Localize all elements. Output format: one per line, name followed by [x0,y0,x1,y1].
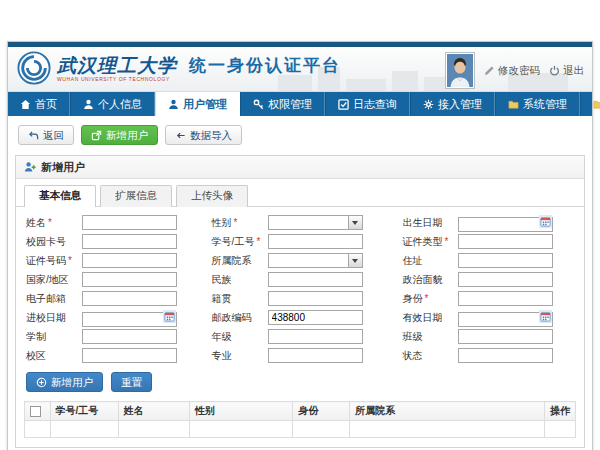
study-length-input[interactable] [82,329,177,344]
email-input[interactable] [82,291,177,306]
id-type-input[interactable] [458,234,553,249]
valid-date-field: 有效日期 [402,310,574,325]
field-label: 民族 [212,273,268,287]
political-status-field: 政治面貌 [402,272,574,287]
required-marker: * [68,255,72,266]
status-field: 状态 [402,348,574,363]
calendar-icon[interactable] [539,215,552,228]
change-password-link[interactable]: 修改密码 [484,64,540,78]
native-place-input[interactable] [268,291,363,306]
gender-select[interactable] [268,215,363,230]
tab-basic-info[interactable]: 基本信息 [24,185,96,207]
field-label: 学号/工号* [212,235,268,249]
nav-item-system-management[interactable]: 系统管理 [495,92,580,116]
col-identity: 身份 [293,402,350,421]
field-label: 专业 [212,349,268,363]
nav-item-access-management[interactable]: 接入管理 [410,92,495,116]
select-all-checkbox[interactable] [30,406,41,417]
folder-icon [508,99,519,110]
campus-card-field: 校园卡号 [26,234,198,249]
user-table: 学号/工号 姓名 性别 身份 所属院系 操作 [24,401,576,438]
chevron-down-icon[interactable] [348,216,362,229]
gear-icon [423,99,434,110]
ethnicity-input[interactable] [268,272,363,287]
calendar-icon[interactable] [163,310,176,323]
required-marker: * [424,293,428,304]
header: 武汉理工大学 WUHAN UNIVERSITY OF TECHNOLOGY 统一… [8,47,592,92]
student-id-input[interactable] [268,234,363,249]
reset-button-label: 重置 [121,376,142,388]
user-box: 修改密码 退出 [445,52,584,89]
field-label: 证件类型* [402,235,458,249]
class-input[interactable] [458,329,553,344]
study-length-field: 学制 [26,329,198,344]
address-input[interactable] [458,253,553,268]
nav-label: 权限管理 [268,97,312,112]
home-icon [20,99,31,110]
chevron-down-icon[interactable] [348,254,362,267]
status-input[interactable] [458,348,553,363]
university-logo-icon [17,51,51,85]
user-table-wrap: 学号/工号 姓名 性别 身份 所属院系 操作 [24,401,576,438]
birth-date-field: 出生日期 [402,215,574,230]
table-empty-row [25,421,576,438]
postal-code-input[interactable] [268,310,363,325]
field-label: 籍贯 [212,292,268,306]
tab-extended-info[interactable]: 扩展信息 [100,185,172,207]
back-button-label: 返回 [43,129,64,141]
nav-label: 用户管理 [183,97,227,112]
id-number-field: 证件号码* [26,253,198,268]
plus-circle-icon [36,377,47,388]
import-arrow-icon [175,130,186,141]
tab-upload-avatar[interactable]: 上传头像 [176,185,248,207]
new-user-panel: 新增用户 基本信息 扩展信息 上传头像 姓名* 性别* 出生日期 [15,155,585,448]
field-label: 姓名* [26,216,82,230]
new-user-icon [91,130,102,141]
nav-label: 日志查询 [353,97,397,112]
log-check-icon [338,99,349,110]
field-label: 校园卡号 [26,235,82,249]
department-field: 所属院系 [212,253,389,268]
panel-title: 新增用户 [41,160,85,175]
main-nav: 首页 个人信息 用户管理 权限管理 日志查询 接入管理 系统管理 订阅管理 [8,92,592,116]
id-number-input[interactable] [82,253,177,268]
select-all-cell [25,402,51,421]
power-icon [549,65,560,76]
id-type-field: 证件类型* [402,234,574,249]
field-label: 电子邮箱 [26,292,82,306]
pencil-icon [484,65,495,76]
name-input[interactable] [82,215,177,230]
key-icon [253,99,264,110]
major-input[interactable] [268,348,363,363]
calendar-icon[interactable] [539,310,552,323]
nav-item-subscription-management[interactable]: 订阅管理 [580,92,600,116]
nav-item-permission-management[interactable]: 权限管理 [240,92,325,116]
field-label: 班级 [402,330,458,344]
identity-input[interactable] [458,291,553,306]
field-label: 政治面貌 [402,273,458,287]
submit-add-user-button[interactable]: 新增用户 [26,372,103,392]
campus-field: 校区 [26,348,198,363]
campus-input[interactable] [82,348,177,363]
field-label: 有效日期 [402,311,458,325]
back-button[interactable]: 返回 [18,125,74,145]
political-status-input[interactable] [458,272,553,287]
grade-input[interactable] [268,329,363,344]
add-user-toolbar-button[interactable]: 新增用户 [81,125,158,145]
campus-card-input[interactable] [82,234,177,249]
brand: 武汉理工大学 WUHAN UNIVERSITY OF TECHNOLOGY 统一… [17,51,341,85]
nav-item-personal-info[interactable]: 个人信息 [70,92,155,116]
logout-link[interactable]: 退出 [549,64,584,78]
nav-item-home[interactable]: 首页 [8,92,70,116]
skyline-decoration [346,79,386,91]
country-input[interactable] [82,272,177,287]
data-import-button[interactable]: 数据导入 [165,125,242,145]
panel-header: 新增用户 [16,156,584,179]
class-field: 班级 [402,329,574,344]
nav-item-user-management[interactable]: 用户管理 [155,92,240,116]
reset-button[interactable]: 重置 [111,372,152,392]
add-user-toolbar-label: 新增用户 [106,129,148,141]
department-select[interactable] [268,253,363,268]
nav-item-log-query[interactable]: 日志查询 [325,92,410,116]
university-name-en: WUHAN UNIVERSITY OF TECHNOLOGY [57,76,177,82]
